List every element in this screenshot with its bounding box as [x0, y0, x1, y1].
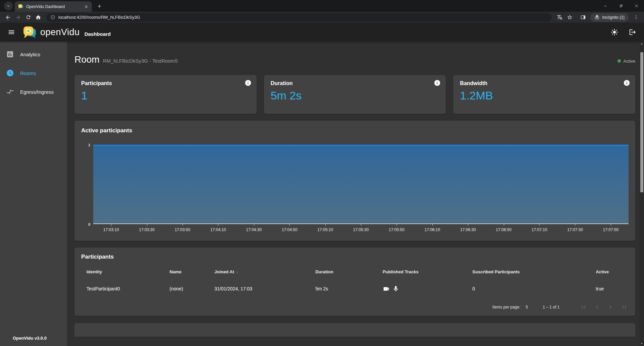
- sidebar-item-label: Analytics: [20, 52, 40, 57]
- x-tick-label: 17:05:30: [343, 224, 379, 232]
- y-axis: 1 0: [81, 145, 93, 225]
- scrollbar-thumb[interactable]: [640, 52, 643, 192]
- x-tick-label: 17:07:10: [522, 224, 557, 232]
- logout-button[interactable]: [626, 25, 639, 39]
- url-text: localhost:4200/rooms/RM_hLFBicDkSy3G: [58, 15, 140, 20]
- tab-title: OpenVidu Dashboard: [26, 4, 80, 9]
- clock-icon: [6, 69, 14, 77]
- info-icon[interactable]: [245, 79, 252, 86]
- x-tick-label: 17:06:30: [450, 224, 486, 232]
- new-tab-button[interactable]: [95, 1, 104, 11]
- stat-label: Duration: [271, 80, 439, 86]
- browser-toolbar: localhost:4200/rooms/RM_hLFBicDkSy3G Inc…: [0, 12, 644, 23]
- videocam-icon: [383, 285, 390, 292]
- bookmark-star-icon[interactable]: [565, 13, 574, 22]
- compare-arrows-icon: [6, 88, 14, 96]
- menu-button[interactable]: [5, 25, 18, 39]
- column-header-name: Name: [164, 264, 209, 279]
- first-page-button[interactable]: [577, 300, 590, 314]
- status-badge: Active: [618, 59, 635, 64]
- page-header: Room RM_hLFBicDkSy3G - TestRoom5 Active: [74, 54, 635, 65]
- vertical-scrollbar[interactable]: [640, 42, 644, 346]
- browser-menu-icon[interactable]: [631, 13, 641, 22]
- x-tick-label: 17:05:50: [379, 224, 414, 232]
- column-header-joined-at[interactable]: Joined At↓: [209, 264, 310, 279]
- items-per-page-select[interactable]: 5: [526, 305, 528, 309]
- chart: 1 0 17:03:1017:03:3017:03:5017:04:1017:0…: [81, 145, 629, 232]
- x-tick-label: 17:05:10: [307, 224, 343, 232]
- stat-value: 1: [81, 89, 250, 102]
- x-tick-label: 17:03:50: [165, 224, 200, 232]
- chart-plot: [93, 145, 629, 224]
- items-per-page-label: Items per page:: [492, 305, 520, 309]
- cell-duration: 5m 2s: [310, 279, 377, 298]
- browser-tab[interactable]: OpenVidu Dashboard: [15, 1, 92, 12]
- address-bar[interactable]: localhost:4200/rooms/RM_hLFBicDkSy3G: [46, 13, 551, 22]
- participants-table: Identity Name Joined At↓ Duration Publis…: [74, 264, 635, 298]
- info-icon[interactable]: [623, 79, 630, 86]
- page-title: Room: [74, 54, 100, 65]
- back-button[interactable]: [3, 13, 13, 22]
- translate-icon[interactable]: [555, 13, 564, 22]
- chevron-down-icon: [6, 4, 11, 8]
- side-panel-icon[interactable]: [578, 13, 588, 22]
- cell-name: (none): [164, 279, 209, 298]
- x-tick-label: 17:04:30: [236, 224, 272, 232]
- home-button[interactable]: [34, 13, 43, 22]
- x-tick-label: 17:06:10: [415, 224, 450, 232]
- next-section-card: [74, 323, 635, 337]
- stat-label: Bandwidth: [460, 80, 629, 86]
- app-title: Dashboard: [85, 31, 111, 37]
- tab-close-button[interactable]: [83, 4, 89, 10]
- window-controls: [598, 0, 644, 12]
- sidebar-item-egress-ingress[interactable]: Egress/Ingress: [0, 82, 67, 101]
- page-subtitle: RM_hLFBicDkSy3G - TestRoom5: [103, 58, 178, 64]
- sidebar: Analytics Rooms Egress/Ingress OpenVidu …: [0, 42, 67, 346]
- x-tick-label: 17:07:50: [593, 224, 629, 232]
- last-page-button[interactable]: [617, 300, 631, 314]
- x-axis: 17:03:1017:03:3017:03:5017:04:1017:04:30…: [93, 224, 629, 232]
- cell-joined-at: 31/01/2024, 17:03: [209, 279, 310, 298]
- x-tick-label: 17:03:10: [93, 224, 129, 232]
- stat-value: 5m 2s: [271, 89, 439, 102]
- active-participants-chart-card: Active participants 1 0 17:03:1017:03:30…: [74, 121, 635, 241]
- table-row: TestParticipant0 (none) 31/01/2024, 17:0…: [74, 279, 635, 298]
- info-icon[interactable]: [434, 79, 441, 86]
- forward-button[interactable]: [13, 13, 23, 22]
- reload-button[interactable]: [23, 13, 33, 22]
- sun-icon: [611, 28, 618, 36]
- incognito-badge[interactable]: Incógnito (2): [590, 13, 629, 22]
- restore-button[interactable]: [613, 0, 629, 12]
- minimize-button[interactable]: [598, 0, 613, 12]
- scroll-up-arrow[interactable]: [640, 42, 644, 47]
- close-window-button[interactable]: [629, 0, 644, 12]
- tab-search-button[interactable]: [4, 2, 13, 10]
- cell-active: true: [590, 279, 635, 298]
- brand: openVidu Dashboard: [23, 26, 111, 39]
- participants-table-card: Participants Identity Name Joined At↓ Du…: [74, 248, 635, 316]
- site-info-icon[interactable]: [50, 15, 55, 20]
- table-header-row: Identity Name Joined At↓ Duration Publis…: [74, 264, 635, 279]
- previous-page-button[interactable]: [590, 300, 604, 314]
- app-version: OpenVidu v3.0.0: [13, 336, 47, 341]
- sidebar-item-rooms[interactable]: Rooms: [0, 64, 67, 82]
- plot-column: 17:03:1017:03:3017:03:5017:04:1017:04:30…: [93, 145, 629, 232]
- incognito-label: Incógnito (2): [602, 15, 625, 20]
- stat-card-bandwidth: Bandwidth 1.2MB: [453, 75, 635, 114]
- hamburger-icon: [8, 28, 15, 36]
- next-page-button[interactable]: [604, 300, 617, 314]
- sidebar-item-analytics[interactable]: Analytics: [0, 45, 67, 64]
- chart-area-fill: [93, 145, 629, 223]
- sort-desc-icon: ↓: [236, 270, 238, 274]
- chart-title: Active participants: [81, 127, 629, 134]
- status-label: Active: [624, 59, 635, 64]
- column-header-subscribed-participants: Suscribed Participants: [467, 264, 590, 279]
- main-content: Room RM_hLFBicDkSy3G - TestRoom5 Active …: [67, 42, 644, 346]
- stat-card-participants: Participants 1: [74, 75, 257, 114]
- stat-label: Participants: [81, 80, 250, 86]
- scroll-down-arrow[interactable]: [640, 341, 644, 346]
- x-tick-label: 17:04:50: [272, 224, 307, 232]
- theme-toggle-button[interactable]: [608, 25, 621, 39]
- column-header-identity: Identity: [74, 264, 164, 279]
- openvidu-favicon: [18, 4, 23, 9]
